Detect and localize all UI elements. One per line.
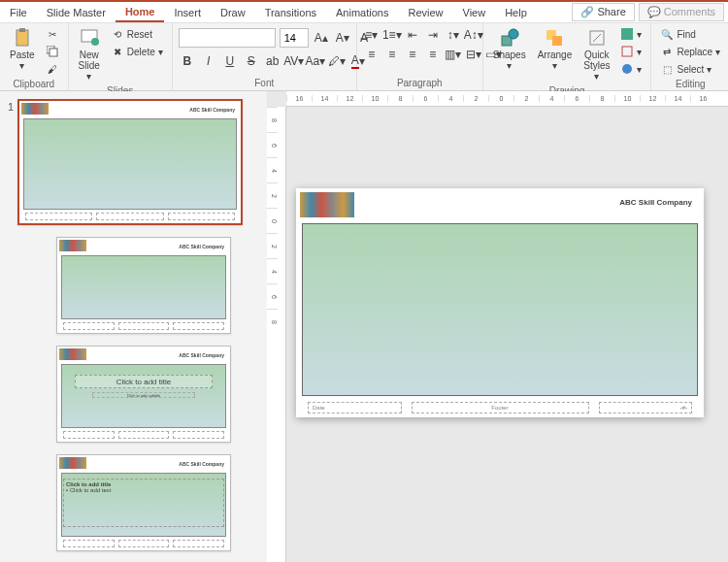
tab-help[interactable]: Help	[495, 4, 537, 21]
title-placeholder: Click to add title	[75, 375, 213, 388]
tab-animations[interactable]: Animations	[326, 4, 398, 21]
logo-icon	[300, 192, 354, 217]
decrease-font-button[interactable]: A▾	[334, 29, 351, 47]
tab-transitions[interactable]: Transitions	[255, 4, 326, 21]
highlight-button[interactable]: 🖊▾	[328, 52, 346, 70]
master-slide-thumbnail[interactable]: ABC Skill Company	[17, 99, 243, 225]
arrange-button[interactable]: Arrange▾	[534, 26, 577, 73]
layout-thumbnail-2[interactable]: ABC Skill Company Click to add title Cli…	[56, 346, 231, 443]
italic-button[interactable]: I	[200, 52, 217, 70]
copy-button[interactable]	[43, 44, 62, 59]
paste-button[interactable]: Paste▾	[6, 26, 39, 73]
workspace: 1 ABC Skill Company ABC Skill Company AB…	[0, 91, 728, 562]
align-right-button[interactable]: ≡	[404, 46, 421, 63]
text-direction-button[interactable]: A↕▾	[465, 26, 482, 44]
quick-styles-button[interactable]: Quick Styles▾	[579, 26, 613, 83]
slide-number-placeholder[interactable]: ‹#›	[599, 402, 693, 413]
shape-outline-button[interactable]: ▾	[617, 44, 645, 59]
arrange-icon	[545, 28, 564, 48]
comments-button[interactable]: 💬 Comments	[639, 3, 724, 21]
group-slides: New Slide▾ ⟲Reset ✖Delete▾ Slides	[69, 23, 173, 90]
numbering-button[interactable]: 1≡▾	[383, 26, 401, 44]
thumb-number: 1	[4, 99, 17, 113]
svg-rect-1	[19, 28, 25, 32]
footer-placeholder[interactable]: Footer	[412, 402, 589, 413]
slide-body-area[interactable]	[302, 223, 698, 396]
find-button[interactable]: 🔍Find	[657, 26, 723, 42]
strike-button[interactable]: S	[243, 52, 260, 70]
tab-view[interactable]: View	[453, 4, 496, 21]
svg-rect-11	[621, 28, 633, 40]
date-placeholder[interactable]: Date	[308, 402, 402, 413]
tab-file[interactable]: File	[0, 4, 37, 21]
tab-home[interactable]: Home	[116, 3, 165, 22]
copy-icon	[46, 45, 59, 58]
format-painter-button[interactable]: 🖌	[43, 61, 62, 77]
increase-font-button[interactable]: A▴	[313, 29, 330, 47]
tab-insert[interactable]: Insert	[164, 4, 211, 21]
decrease-indent-button[interactable]: ⇤	[404, 26, 421, 44]
bullets-icon: ≡	[365, 28, 372, 42]
slide-canvas[interactable]: ABC Skill Company Date Footer ‹#›	[296, 188, 704, 417]
find-label: Find	[677, 29, 695, 40]
shape-effects-button[interactable]: ▾	[617, 61, 645, 77]
justify-button[interactable]: ≡	[424, 46, 442, 63]
delete-label: Delete	[127, 47, 155, 57]
group-editing: 🔍Find ⇄Replace ▾ ⬚Select ▾ Editing	[651, 23, 728, 90]
paragraph-group-label: Paragraph	[363, 76, 477, 90]
select-button[interactable]: ⬚Select ▾	[657, 61, 723, 77]
align-center-button[interactable]: ≡	[383, 46, 401, 63]
cut-icon: ✂	[46, 27, 59, 41]
replace-icon: ⇄	[660, 45, 674, 58]
editor-area[interactable]: 1614121086420246810121416 864202468 ABC …	[267, 91, 728, 562]
underline-button[interactable]: U	[221, 52, 239, 70]
delete-button[interactable]: ✖Delete▾	[108, 44, 166, 59]
align-left-button[interactable]: ≡	[363, 46, 381, 63]
font-size-input[interactable]	[280, 28, 309, 48]
tab-review[interactable]: Review	[398, 4, 452, 21]
tab-slide-master[interactable]: Slide Master	[37, 4, 116, 21]
cut-button[interactable]: ✂	[43, 26, 62, 42]
reset-label: Reset	[127, 29, 152, 40]
arrange-label: Arrange	[538, 50, 573, 60]
new-slide-button[interactable]: New Slide▾	[75, 26, 104, 83]
tab-draw[interactable]: Draw	[211, 4, 255, 21]
case-button[interactable]: Aa▾	[307, 52, 324, 70]
svg-point-5	[91, 38, 99, 46]
columns-button[interactable]: ▥▾	[445, 46, 462, 63]
layout-thumbnail-3[interactable]: ABC Skill Company Click to add title • C…	[56, 454, 231, 551]
body-text: • Click to add text	[66, 487, 221, 493]
align-left-icon: ≡	[368, 48, 375, 61]
group-clipboard: Paste▾ ✂ 🖌 Clipboard	[0, 23, 69, 90]
replace-button[interactable]: ⇄Replace ▾	[657, 44, 723, 59]
reset-button[interactable]: ⟲Reset	[108, 26, 166, 42]
svg-point-13	[622, 64, 632, 74]
bold-button[interactable]: B	[179, 52, 196, 70]
logo-icon	[59, 348, 86, 360]
increase-indent-button[interactable]: ⇥	[424, 26, 442, 44]
layout-thumbnail-1[interactable]: ABC Skill Company	[56, 237, 231, 334]
menu-bar: File Slide Master Home Insert Draw Trans…	[0, 2, 728, 23]
svg-rect-12	[622, 47, 632, 56]
reset-icon: ⟲	[111, 27, 124, 41]
shape-fill-button[interactable]: ▾	[617, 26, 645, 42]
thumbnail-panel[interactable]: 1 ABC Skill Company ABC Skill Company AB…	[0, 91, 267, 562]
shapes-button[interactable]: Shapes▾	[489, 26, 530, 73]
shadow-button[interactable]: ab	[264, 52, 281, 70]
line-spacing-button[interactable]: ↕▾	[445, 26, 462, 44]
font-group-label: Font	[179, 76, 350, 90]
vertical-ruler[interactable]: 864202468	[267, 107, 286, 562]
shapes-icon	[500, 28, 519, 48]
align-text-button[interactable]: ⊟▾	[465, 46, 482, 63]
highlight-icon: 🖊	[328, 54, 340, 68]
select-icon: ⬚	[660, 62, 674, 76]
spacing-button[interactable]: AV▾	[285, 52, 303, 70]
share-button[interactable]: 🔗 Share	[572, 3, 634, 21]
bullets-button[interactable]: ≡▾	[363, 26, 381, 44]
effects-icon	[620, 62, 634, 76]
horizontal-ruler[interactable]: 1614121086420246810121416	[286, 91, 728, 107]
company-label: ABC Skill Company	[179, 461, 224, 467]
group-font: A▴ A▾ A̶ B I U S ab AV▾ Aa▾ 🖊▾ A▾ Font	[173, 23, 357, 90]
font-name-input[interactable]	[179, 28, 276, 48]
slide-body	[23, 118, 237, 210]
